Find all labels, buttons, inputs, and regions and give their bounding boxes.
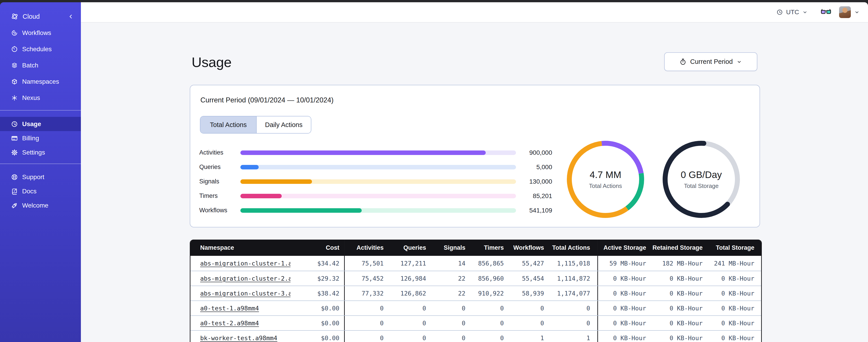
billing-icon xyxy=(11,134,18,142)
clock-icon xyxy=(776,9,783,15)
column-header-timers: Timers xyxy=(466,240,504,256)
bar-label: Timers xyxy=(199,193,238,199)
workflows-icon xyxy=(11,29,18,37)
tab-total-actions[interactable]: Total Actions xyxy=(200,116,256,133)
bar-value: 541,109 xyxy=(514,207,552,214)
chevron-down-icon[interactable] xyxy=(854,9,860,15)
donut-value: 4.7 MM xyxy=(590,169,621,180)
app-window: Cloud Workflows Schedules Batch Namespac… xyxy=(0,2,868,342)
sidebar-item-batch[interactable]: Batch xyxy=(0,57,81,73)
bar-fill xyxy=(240,208,362,213)
period-card-title: Current Period (09/01/2024 — 10/01/2024) xyxy=(200,96,334,104)
cell-namespace: bk-worker-test.a98mm4 xyxy=(190,331,290,342)
column-header-queries: Queries xyxy=(384,240,427,256)
sidebar-item-workflows[interactable]: Workflows xyxy=(0,25,81,41)
sidebar-item-label: Welcome xyxy=(22,202,48,209)
sidebar-item-namespaces[interactable]: Namespaces xyxy=(0,73,81,90)
sidebar-item-billing[interactable]: Billing xyxy=(0,131,81,145)
chevron-left-icon[interactable] xyxy=(67,13,74,20)
cell-active_storage: 0 KB-Hour xyxy=(598,316,647,330)
bar-value: 5,000 xyxy=(514,164,552,171)
cell-queries: 126,984 xyxy=(384,271,427,285)
table-row: abs-migration-cluster-1.a98mm4$34.4275,5… xyxy=(190,256,761,271)
bar-fill xyxy=(240,165,259,169)
glasses-icon[interactable] xyxy=(820,8,831,16)
bar-track xyxy=(240,208,516,213)
sidebar-item-label: Usage xyxy=(22,121,41,128)
usage-bar-row-signals: Signals 130,000 xyxy=(190,178,561,185)
usage-bar-row-queries: Queries 5,000 xyxy=(190,163,561,171)
sidebar-item-usage[interactable]: Usage xyxy=(0,117,81,131)
cell-workflows: 1 xyxy=(504,331,545,342)
namespace-link[interactable]: a0-test-2.a98mm4 xyxy=(200,320,259,327)
cell-retained_storage: 182 MB-Hour xyxy=(647,256,703,271)
donut-label: Total Storage xyxy=(684,182,718,190)
sidebar-brand[interactable]: Cloud xyxy=(0,2,81,25)
docs-icon xyxy=(11,187,18,195)
namespace-link[interactable]: abs-migration-cluster-3.a98mm4 xyxy=(200,290,290,297)
sidebar-item-label: Batch xyxy=(22,62,38,69)
namespace-link[interactable]: abs-migration-cluster-1.a98mm4 xyxy=(200,260,290,267)
topbar: UTC xyxy=(81,2,868,23)
cell-total_actions: 1,115,018 xyxy=(545,256,598,271)
cell-signals: 14 xyxy=(427,256,466,271)
cell-timers: 0 xyxy=(466,301,504,315)
column-header-workflows: Workflows xyxy=(504,240,545,256)
sidebar-item-docs[interactable]: Docs xyxy=(0,184,81,198)
cell-activities: 77,332 xyxy=(345,286,384,301)
bar-label: Activities xyxy=(199,149,238,156)
sidebar-item-nexus[interactable]: Nexus xyxy=(0,90,81,106)
cell-signals: 0 xyxy=(427,331,466,342)
table-row: bk-worker-test.a98mm4$0.000000110 KB-Hou… xyxy=(190,330,761,342)
cell-namespace: a0-test-1.a98mm4 xyxy=(190,301,290,315)
table-row: a0-test-1.a98mm4$0.000000000 KB-Hour0 KB… xyxy=(190,301,761,315)
cell-timers: 0 xyxy=(466,316,504,330)
sidebar-item-support[interactable]: Support xyxy=(0,170,81,184)
cell-signals: 0 xyxy=(427,316,466,330)
cell-active_storage: 0 KB-Hour xyxy=(598,331,647,342)
cell-cost: $38.42 xyxy=(290,286,345,301)
cell-activities: 75,501 xyxy=(345,256,384,271)
batch-icon xyxy=(11,62,18,69)
welcome-icon xyxy=(11,202,18,209)
user-avatar[interactable] xyxy=(839,6,851,18)
bar-label: Signals xyxy=(199,178,238,185)
cell-cost: $29.32 xyxy=(290,271,345,285)
cell-cost: $0.00 xyxy=(290,316,345,330)
column-header-cost: Cost xyxy=(290,240,345,256)
page-title: Usage xyxy=(192,54,231,70)
tab-daily-actions[interactable]: Daily Actions xyxy=(256,116,311,133)
period-selector-button[interactable]: Current Period xyxy=(664,52,757,71)
cell-active_storage: 0 KB-Hour xyxy=(598,301,647,315)
chevron-down-icon xyxy=(802,9,808,15)
sidebar: Cloud Workflows Schedules Batch Namespac… xyxy=(0,2,81,342)
namespace-link[interactable]: bk-worker-test.a98mm4 xyxy=(200,335,277,342)
cell-retained_storage: 0 KB-Hour xyxy=(647,316,703,330)
cell-timers: 856,865 xyxy=(466,256,504,271)
cell-queries: 126,862 xyxy=(384,286,427,301)
usage-icon xyxy=(11,120,18,128)
cell-workflows: 58,939 xyxy=(504,286,545,301)
namespace-link[interactable]: a0-test-1.a98mm4 xyxy=(200,305,259,312)
bar-label: Queries xyxy=(199,164,238,171)
sidebar-item-schedules[interactable]: Schedules xyxy=(0,41,81,57)
cell-workflows: 55,427 xyxy=(504,256,545,271)
table-row: a0-test-2.a98mm4$0.000000000 KB-Hour0 KB… xyxy=(190,315,761,330)
cell-signals: 22 xyxy=(427,271,466,285)
sidebar-item-welcome[interactable]: Welcome xyxy=(0,198,81,212)
column-header-active_storage: Active Storage xyxy=(598,240,647,256)
bar-value: 900,000 xyxy=(514,149,552,156)
cell-total_storage: 0 KB-Hour xyxy=(703,286,761,301)
bar-track xyxy=(240,165,516,169)
table-row: abs-migration-cluster-3.a98mm4$38.4277,3… xyxy=(190,285,761,301)
sidebar-item-settings[interactable]: Settings xyxy=(0,145,81,160)
timezone-label: UTC xyxy=(786,8,799,16)
timezone-selector[interactable]: UTC xyxy=(776,8,808,16)
sidebar-item-label: Schedules xyxy=(22,45,52,53)
namespace-link[interactable]: abs-migration-cluster-2.a98mm4 xyxy=(200,275,290,282)
cell-total_actions: 0 xyxy=(545,301,598,315)
table-row: abs-migration-cluster-2.a98mm4$29.3275,4… xyxy=(190,271,761,285)
table-header-row: NamespaceCostActivitiesQueriesSignalsTim… xyxy=(190,240,761,256)
temporal-logo-icon xyxy=(11,12,19,21)
sidebar-item-label: Settings xyxy=(22,149,45,156)
